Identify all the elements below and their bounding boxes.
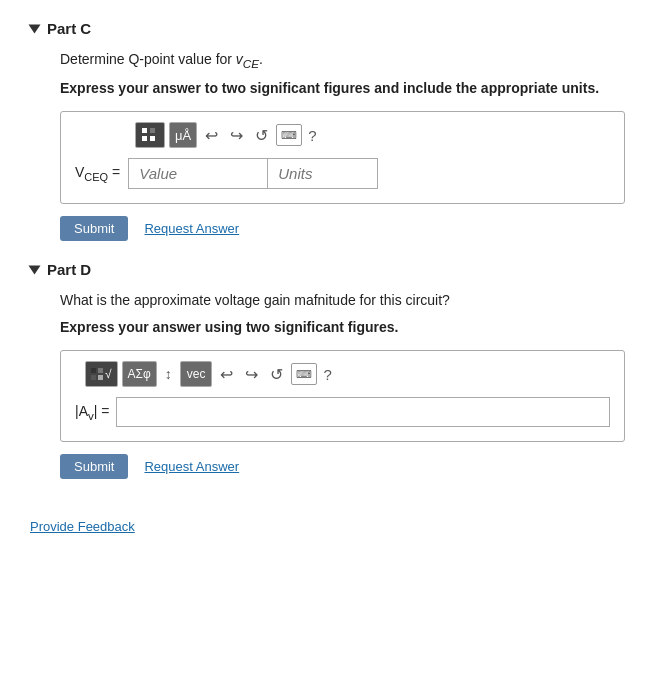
keyboard-icon-d: ⌨ (296, 368, 312, 381)
vce-subscript: CE (243, 57, 259, 70)
help-icon-d[interactable]: ? (323, 366, 331, 383)
part-c-instruction-bold: Express your answer to two significant f… (60, 80, 599, 96)
redo-button[interactable]: ↪ (226, 122, 247, 148)
part-c-body: Determine Q-point value for vCE. Express… (30, 49, 625, 241)
mu-button[interactable]: μÅ (169, 122, 197, 148)
part-d-submit-button[interactable]: Submit (60, 454, 128, 479)
av-input[interactable] (116, 397, 610, 427)
part-d-toggle-icon[interactable] (29, 265, 41, 274)
part-c-toolbar: μÅ ↩ ↪ ↺ ⌨ (75, 122, 610, 148)
av-label: |Av| = (75, 403, 110, 422)
mu-label: μÅ (175, 128, 191, 143)
undo-button-d[interactable]: ↩ (216, 361, 237, 387)
part-c-request-button[interactable]: Request Answer (144, 221, 239, 236)
units-input[interactable] (268, 158, 378, 189)
vec-label: vec (187, 367, 206, 381)
part-d-instruction: Express your answer using two significan… (60, 317, 625, 338)
vceq-label: VCEQ = (75, 164, 120, 183)
vce-variable: vCE (236, 51, 259, 67)
value-input[interactable] (128, 158, 268, 189)
sqrt-matrix-icon: √ (91, 367, 112, 381)
vec-button[interactable]: vec (180, 361, 213, 387)
part-c-instruction: Express your answer to two significant f… (60, 78, 625, 99)
ase-label: ΑΣφ (128, 367, 151, 381)
sqrt-matrix-button[interactable]: √ (85, 361, 118, 387)
part-c-section: Part C Determine Q-point value for vCE. … (30, 20, 625, 241)
part-c-title: Part C (47, 20, 91, 37)
ase-button[interactable]: ΑΣφ (122, 361, 157, 387)
part-d-toolbar: √ ΑΣφ ↕ vec (75, 361, 610, 387)
part-c-toggle-icon[interactable] (29, 24, 41, 33)
part-d-section: Part D What is the approximate voltage g… (30, 261, 625, 479)
keyboard-button-d[interactable]: ⌨ (291, 363, 317, 385)
redo-icon-d: ↪ (245, 365, 258, 384)
updown-button[interactable]: ↕ (161, 361, 176, 387)
redo-icon: ↪ (230, 126, 243, 145)
provide-feedback-link[interactable]: Provide Feedback (30, 519, 135, 534)
part-c-problem: Determine Q-point value for vCE. (60, 49, 625, 72)
part-d-answer-box: √ ΑΣφ ↕ vec (60, 350, 625, 442)
part-c-input-row: VCEQ = (75, 158, 610, 189)
keyboard-icon: ⌨ (281, 129, 297, 142)
matrix-button[interactable] (135, 122, 165, 148)
problem-text-2: . (259, 51, 263, 67)
av-subscript: v (88, 409, 94, 422)
part-c-submit-button[interactable]: Submit (60, 216, 128, 241)
keyboard-button[interactable]: ⌨ (276, 124, 302, 146)
refresh-button-d[interactable]: ↺ (266, 361, 287, 387)
undo-icon: ↩ (205, 126, 218, 145)
part-d-problem: What is the approximate voltage gain maf… (60, 290, 625, 311)
part-d-input-row: |Av| = (75, 397, 610, 427)
updown-icon: ↕ (165, 366, 172, 382)
refresh-icon: ↺ (255, 126, 268, 145)
undo-icon-d: ↩ (220, 365, 233, 384)
help-icon[interactable]: ? (308, 127, 316, 144)
part-d-request-button[interactable]: Request Answer (144, 459, 239, 474)
part-d-header: Part D (30, 261, 625, 278)
part-c-header: Part C (30, 20, 625, 37)
matrix-icon (142, 128, 156, 142)
problem-text-1: Determine Q-point value for (60, 51, 236, 67)
refresh-button[interactable]: ↺ (251, 122, 272, 148)
part-c-answer-box: μÅ ↩ ↪ ↺ ⌨ (60, 111, 625, 204)
refresh-icon-d: ↺ (270, 365, 283, 384)
part-c-actions: Submit Request Answer (60, 216, 625, 241)
redo-button-d[interactable]: ↪ (241, 361, 262, 387)
part-d-title: Part D (47, 261, 91, 278)
page-container: Part C Determine Q-point value for vCE. … (0, 0, 655, 700)
part-d-instruction-bold: Express your answer using two significan… (60, 319, 398, 335)
part-d-body: What is the approximate voltage gain maf… (30, 290, 625, 479)
part-d-actions: Submit Request Answer (60, 454, 625, 479)
undo-button[interactable]: ↩ (201, 122, 222, 148)
